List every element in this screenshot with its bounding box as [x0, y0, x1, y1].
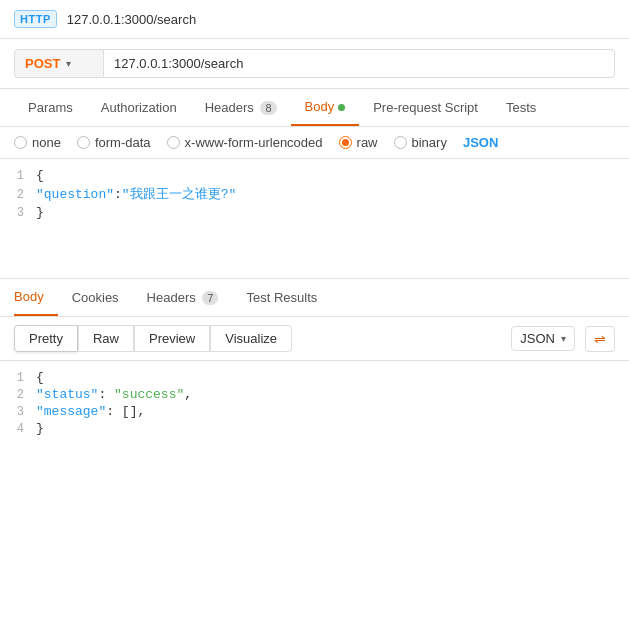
- resp-code-4: }: [36, 421, 44, 436]
- tab-authorization[interactable]: Authorization: [87, 90, 191, 125]
- radio-raw[interactable]: raw: [339, 135, 378, 150]
- format-preview-btn[interactable]: Preview: [134, 325, 210, 352]
- format-raw-btn[interactable]: Raw: [78, 325, 134, 352]
- radio-raw-circle: [339, 136, 352, 149]
- radio-form-data-circle: [77, 136, 90, 149]
- resp-code-1: {: [36, 370, 44, 385]
- resp-tab-test-results[interactable]: Test Results: [232, 280, 331, 315]
- radio-none-label: none: [32, 135, 61, 150]
- req-linenum-3: 3: [0, 206, 36, 220]
- resp-linenum-4: 4: [0, 422, 36, 436]
- resp-line-4: 4 }: [0, 420, 629, 437]
- json-type-label[interactable]: JSON: [463, 135, 498, 150]
- req-code-2: "question":"我跟王一之谁更?": [36, 185, 236, 203]
- url-input[interactable]: [104, 49, 615, 78]
- json-format-select[interactable]: JSON ▾: [511, 326, 575, 351]
- resp-line-1: 1 {: [0, 369, 629, 386]
- top-url: 127.0.0.1:3000/search: [67, 12, 196, 27]
- resp-linenum-1: 1: [0, 371, 36, 385]
- radio-none-circle: [14, 136, 27, 149]
- url-bar: POST ▾: [0, 39, 629, 89]
- tab-headers[interactable]: Headers 8: [191, 90, 291, 125]
- resp-headers-badge: 7: [202, 291, 218, 305]
- resp-code-3: "message": [],: [36, 404, 145, 419]
- resp-line-3: 3 "message": [],: [0, 403, 629, 420]
- radio-raw-label: raw: [357, 135, 378, 150]
- radio-form-data-label: form-data: [95, 135, 151, 150]
- tab-body[interactable]: Body: [291, 89, 360, 126]
- method-select[interactable]: POST ▾: [14, 49, 104, 78]
- tab-tests[interactable]: Tests: [492, 90, 550, 125]
- top-bar: HTTP 127.0.0.1:3000/search: [0, 0, 629, 39]
- resp-code-2: "status": "success",: [36, 387, 192, 402]
- method-label: POST: [25, 56, 60, 71]
- radio-binary-label: binary: [412, 135, 447, 150]
- radio-none[interactable]: none: [14, 135, 61, 150]
- radio-binary[interactable]: binary: [394, 135, 447, 150]
- radio-urlencoded-circle: [167, 136, 180, 149]
- tab-params[interactable]: Params: [14, 90, 87, 125]
- body-type-row: none form-data x-www-form-urlencoded raw…: [0, 127, 629, 159]
- headers-badge: 8: [260, 101, 276, 115]
- req-linenum-1: 1: [0, 169, 36, 183]
- radio-form-data[interactable]: form-data: [77, 135, 151, 150]
- resp-tab-cookies[interactable]: Cookies: [58, 280, 133, 315]
- http-badge: HTTP: [14, 10, 57, 28]
- format-row: Pretty Raw Preview Visualize JSON ▾ ⇌: [0, 317, 629, 361]
- req-code-3: }: [36, 205, 44, 220]
- response-section: Body Cookies Headers 7 Test Results Pret…: [0, 279, 629, 445]
- resp-tab-headers[interactable]: Headers 7: [133, 280, 233, 315]
- radio-binary-circle: [394, 136, 407, 149]
- resp-linenum-2: 2: [0, 388, 36, 402]
- request-code-area: 1 { 2 "question":"我跟王一之谁更?" 3 }: [0, 159, 629, 279]
- req-line-1: 1 {: [0, 167, 629, 184]
- resp-line-2: 2 "status": "success",: [0, 386, 629, 403]
- req-code-1: {: [36, 168, 44, 183]
- format-pretty-btn[interactable]: Pretty: [14, 325, 78, 352]
- response-code-area: 1 { 2 "status": "success", 3 "message": …: [0, 361, 629, 445]
- resp-linenum-3: 3: [0, 405, 36, 419]
- req-line-2: 2 "question":"我跟王一之谁更?": [0, 184, 629, 204]
- body-dot: [338, 104, 345, 111]
- chevron-down-icon: ▾: [66, 58, 71, 69]
- req-line-3: 3 }: [0, 204, 629, 221]
- radio-urlencoded-label: x-www-form-urlencoded: [185, 135, 323, 150]
- radio-urlencoded[interactable]: x-www-form-urlencoded: [167, 135, 323, 150]
- json-format-chevron-icon: ▾: [561, 333, 566, 344]
- wrap-icon[interactable]: ⇌: [585, 326, 615, 352]
- format-visualize-btn[interactable]: Visualize: [210, 325, 292, 352]
- json-format-label: JSON: [520, 331, 555, 346]
- request-tabs: Params Authorization Headers 8 Body Pre-…: [0, 89, 629, 127]
- response-tabs: Body Cookies Headers 7 Test Results: [0, 279, 629, 317]
- tab-pre-request[interactable]: Pre-request Script: [359, 90, 492, 125]
- req-linenum-2: 2: [0, 188, 36, 202]
- resp-tab-body[interactable]: Body: [14, 279, 58, 316]
